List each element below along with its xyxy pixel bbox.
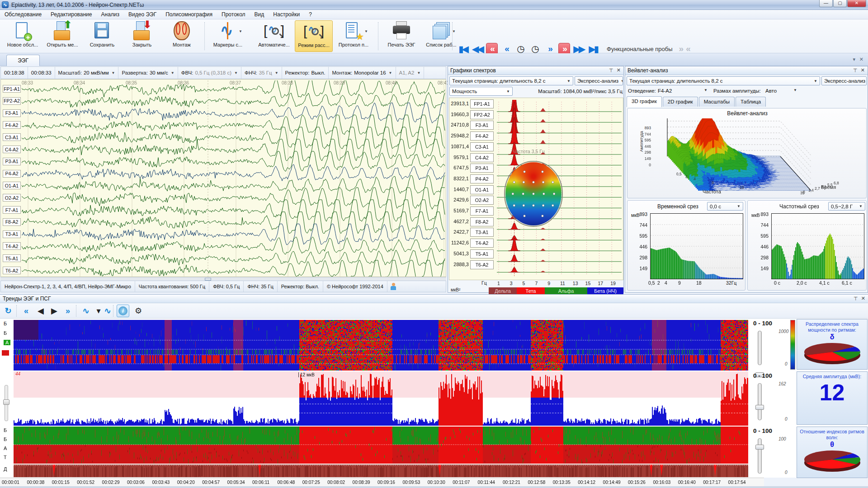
eeg-channel-label-F4-A2[interactable]: F4-A2 <box>3 121 21 129</box>
eeg-channel-label-F7-A1[interactable]: F7-A1 <box>3 206 21 214</box>
spectrum-channel-T5-A1[interactable]: T5-A1 <box>470 249 494 258</box>
dropdown-arrow-icon[interactable]: ▼ <box>275 71 278 75</box>
eeg-channel-label-T4-A2[interactable]: T4-A2 <box>3 242 21 250</box>
spectrum-channel-O2-A2[interactable]: O2-A2 <box>470 196 494 205</box>
menu-item-2[interactable]: Редактирование <box>46 10 96 19</box>
close-button[interactable]: ✕ <box>847 0 866 7</box>
eeg-channel-label-T3-A1[interactable]: T3-A1 <box>3 230 21 238</box>
trend-delta-band[interactable] <box>14 465 748 477</box>
toolbar-button-auto-analysis[interactable]: [∿]Автоматиче... <box>255 20 293 52</box>
functional-tests-prev-button[interactable]: « <box>686 44 689 54</box>
pin-icon[interactable]: ⊥ <box>609 67 613 73</box>
trend2-left-slider-thumb[interactable] <box>3 399 9 405</box>
toolbar-button-new-exam[interactable]: +Новое обсл... <box>4 20 42 52</box>
pin-icon[interactable]: ⊥ <box>853 67 858 73</box>
functional-tests-next-button[interactable]: » <box>679 44 683 54</box>
trend-slider-2[interactable] <box>758 383 762 420</box>
dropdown-arrow-icon[interactable]: ▼ <box>364 29 368 33</box>
spectra-express-combo[interactable]: Экспресс-анализ▼ <box>575 76 623 85</box>
menu-item-3[interactable]: Анализ <box>97 10 124 19</box>
pin-icon[interactable]: ⊥ <box>854 296 858 301</box>
eeg-traces-canvas[interactable] <box>22 80 446 277</box>
spectrum-channel-T4-A2[interactable]: T4-A2 <box>470 239 494 248</box>
toolbar-button-print[interactable]: Печать ЭЭГ <box>382 20 420 52</box>
toolbar-button-save[interactable]: Сохранить <box>83 20 121 52</box>
spectrum-channel-F8-A2[interactable]: F8-A2 <box>470 217 494 226</box>
tab-eeg[interactable]: ЭЭГ <box>6 55 40 66</box>
spectrum-channel-T3-A1[interactable]: T3-A1 <box>470 228 494 237</box>
menu-item-7[interactable]: Вид <box>250 10 269 19</box>
spectrum-channel-FP1-A1[interactable]: FP1-A1 <box>470 99 494 108</box>
spectra-mode-combo[interactable]: Мощность▼ <box>449 87 513 96</box>
trend-slider-3[interactable] <box>758 438 762 474</box>
fast-forward-icon[interactable]: » <box>61 305 74 317</box>
scale-range-icon[interactable]: ∿ <box>80 305 92 317</box>
close-panel-icon[interactable]: ✕ <box>861 67 865 73</box>
toolbar-button-montage[interactable]: Монтаж <box>163 20 201 52</box>
eeg-setting-3[interactable]: Масштаб:20 мкВ/мм▼ <box>55 67 119 79</box>
tab-scroll-icon[interactable]: ▾ <box>853 56 855 62</box>
menu-item-9[interactable]: ? <box>304 10 316 19</box>
trend-slider-thumb-3[interactable] <box>755 445 764 450</box>
eeg-channel-label-T5-A1[interactable]: T5-A1 <box>3 254 21 262</box>
minimize-button[interactable]: — <box>819 0 833 7</box>
wavelet-express-combo[interactable]: Экспресс-анализ▼ <box>821 76 867 85</box>
eeg-channel-label-F8-A2[interactable]: F8-A2 <box>3 218 21 226</box>
eeg-channel-label-O2-A2[interactable]: O2-A2 <box>3 194 21 202</box>
info-icon[interactable]: i <box>117 305 129 317</box>
tab-close-icon[interactable]: ✕ <box>859 56 863 62</box>
eeg-channel-label-FP2-A2[interactable]: FP2-A2 <box>3 97 21 105</box>
toolbar-button-protocol[interactable]: ★▼Протокол п... <box>335 20 373 52</box>
eeg-channel-label-C4-A2[interactable]: C4-A2 <box>3 145 21 153</box>
trend-rhythm-spectrogram[interactable] <box>14 320 748 371</box>
close-panel-icon[interactable]: ✕ <box>617 67 621 73</box>
spectrum-channel-O1-A1[interactable]: O1-A1 <box>470 185 494 194</box>
menu-item-6[interactable]: Протокол <box>217 10 250 19</box>
time-slice-combo[interactable]: 0,0 с▼ <box>707 202 743 211</box>
eeg-channel-label-F3-A1[interactable]: F3-A1 <box>3 109 21 117</box>
dropdown-arrow-icon[interactable]: ▼ <box>389 71 392 75</box>
spectrum-channel-FP2-A2[interactable]: FP2-A2 <box>470 110 494 119</box>
eeg-setting-5[interactable]: ФВЧ:0,5 Гц (0,318 с)▼ <box>178 67 241 79</box>
close-panel-icon[interactable]: ✕ <box>861 296 865 301</box>
spectrum-channel-F4-A2[interactable]: F4-A2 <box>470 131 494 141</box>
eeg-channel-label-O1-A1[interactable]: O1-A1 <box>3 182 21 189</box>
spectrum-channel-P3-A1[interactable]: P3-A1 <box>470 164 494 173</box>
eeg-channel-label-FP1-A1[interactable]: FP1-A1 <box>3 85 21 93</box>
toolbar-button-worklist[interactable]: ▼Список раб... <box>422 20 460 52</box>
eeg-horizontal-scrollbar[interactable] <box>0 277 446 281</box>
bottom-scroll-strip[interactable] <box>0 486 868 488</box>
trend-slider-1[interactable] <box>758 331 762 365</box>
dropdown-arrow-icon[interactable]: ▼ <box>234 71 238 75</box>
freq-slice-combo[interactable]: 0,5~2,8 Г▼ <box>828 202 865 211</box>
wavelet-tab-Таблица[interactable]: Таблица <box>736 97 766 107</box>
eeg-setting-7[interactable]: Режектор:Выкл. <box>282 67 329 79</box>
menu-item-1[interactable]: Обследование <box>0 10 46 19</box>
eeg-setting-4[interactable]: Развертка:30 мм/с▼ <box>118 67 178 79</box>
spectrum-channel-C3-A1[interactable]: C3-A1 <box>470 142 494 151</box>
range-combo[interactable]: Авто▼ <box>765 88 797 94</box>
eeg-setting-1[interactable]: 00:18:38 <box>1 67 28 79</box>
wrench-icon[interactable]: ⚙ <box>132 305 145 317</box>
dropdown-arrow-icon[interactable]: ▼ <box>452 29 456 33</box>
eeg-channel-label-C3-A1[interactable]: C3-A1 <box>3 133 21 141</box>
wavelet-page-combo[interactable]: Текущая страница: длительность 8,2 с▼ <box>627 76 820 85</box>
eeg-channel-label-P3-A1[interactable]: P3-A1 <box>3 158 21 165</box>
fast-backward-icon[interactable]: « <box>20 305 33 317</box>
toolbar-button-review-mode[interactable]: [∿]Режим расс... <box>295 20 333 52</box>
dropdown-arrow-icon[interactable]: ▼ <box>171 71 175 75</box>
toolbar-button-markers[interactable]: ∿▼Маркеры с... <box>209 20 247 52</box>
waveform-icon[interactable]: ∿ <box>101 305 114 317</box>
step-backward-icon[interactable]: ◀ <box>34 305 47 317</box>
eeg-setting-6[interactable]: ФНЧ:35 Гц▼ <box>241 67 282 79</box>
eeg-setting-9[interactable]: A1, A2▼ <box>396 67 425 79</box>
toolbar-button-close-exam[interactable]: ⬇Закрыть <box>123 20 161 52</box>
spectrum-channel-T6-A2[interactable]: T6-A2 <box>470 260 494 269</box>
spectra-page-combo[interactable]: Текущая страница: длительность 8,2 с▼ <box>449 76 573 85</box>
wavelet-tab-2D-график[interactable]: 2D график <box>663 97 698 107</box>
menu-item-4[interactable]: Видео ЭЭГ <box>124 10 161 19</box>
trend-amplitude-graph[interactable] <box>14 371 748 426</box>
maximize-button[interactable]: ▢ <box>833 0 847 7</box>
dropdown-arrow-icon[interactable]: ▼ <box>112 71 115 75</box>
lead-combo[interactable]: F4-A2▼ <box>658 88 708 94</box>
